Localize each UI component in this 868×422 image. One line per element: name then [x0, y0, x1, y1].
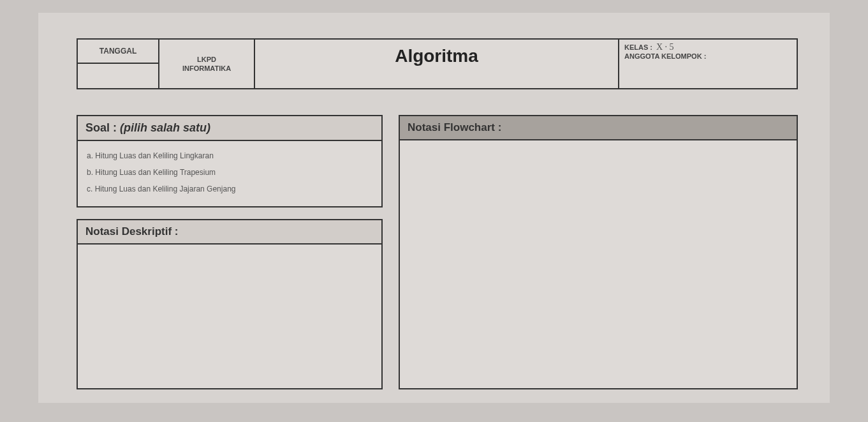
tanggal-box: TANGGAL — [77, 38, 159, 89]
soal-label: Soal : — [85, 121, 117, 134]
soal-options: a. Hitung Luas dan Keliling Lingkaran b.… — [78, 141, 381, 206]
worksheet-sheet: TANGGAL LKPD INFORMATIKA Algoritma KELAS… — [38, 13, 830, 403]
kelas-line: KELAS : X · 5 — [624, 42, 791, 52]
soal-option-c[interactable]: c. Hitung Luas dan Keliling Jajaran Genj… — [87, 181, 372, 197]
kelas-box: KELAS : X · 5 ANGGOTA KELOMPOK : — [619, 38, 798, 89]
deskriptif-content-area[interactable] — [78, 245, 381, 388]
tanggal-label: TANGGAL — [78, 40, 158, 64]
soal-panel: Soal : (pilih salah satu) a. Hitung Luas… — [77, 115, 383, 207]
flowchart-heading: Notasi Flowchart : — [400, 116, 797, 140]
lkpd-line1: LKPD — [197, 55, 216, 64]
anggota-value-area[interactable] — [624, 60, 791, 86]
tanggal-value-area[interactable] — [78, 64, 158, 88]
right-column: Notasi Flowchart : — [399, 115, 798, 389]
deskriptif-heading: Notasi Deskriptif : — [78, 220, 381, 245]
header-row: TANGGAL LKPD INFORMATIKA Algoritma KELAS… — [77, 38, 798, 89]
title-box: Algoritma — [255, 38, 619, 89]
worksheet-title: Algoritma — [395, 46, 478, 66]
soal-hint: (pilih salah satu) — [120, 121, 210, 134]
lkpd-line2: INFORMATIKA — [182, 64, 231, 73]
lkpd-box: LKPD INFORMATIKA — [159, 38, 255, 89]
soal-option-a[interactable]: a. Hitung Luas dan Keliling Lingkaran — [87, 147, 372, 164]
body-row: Soal : (pilih salah satu) a. Hitung Luas… — [77, 115, 798, 389]
left-column: Soal : (pilih salah satu) a. Hitung Luas… — [77, 115, 383, 389]
soal-heading: Soal : (pilih salah satu) — [78, 116, 381, 141]
anggota-label: ANGGOTA KELOMPOK : — [624, 52, 791, 60]
soal-option-b[interactable]: b. Hitung Luas dan Keliling Trapesium — [87, 164, 372, 181]
flowchart-panel: Notasi Flowchart : — [399, 115, 798, 389]
deskriptif-panel: Notasi Deskriptif : — [77, 219, 383, 389]
flowchart-content-area[interactable] — [400, 140, 797, 388]
kelas-value: X · 5 — [656, 42, 674, 52]
kelas-label: KELAS : — [624, 43, 652, 51]
